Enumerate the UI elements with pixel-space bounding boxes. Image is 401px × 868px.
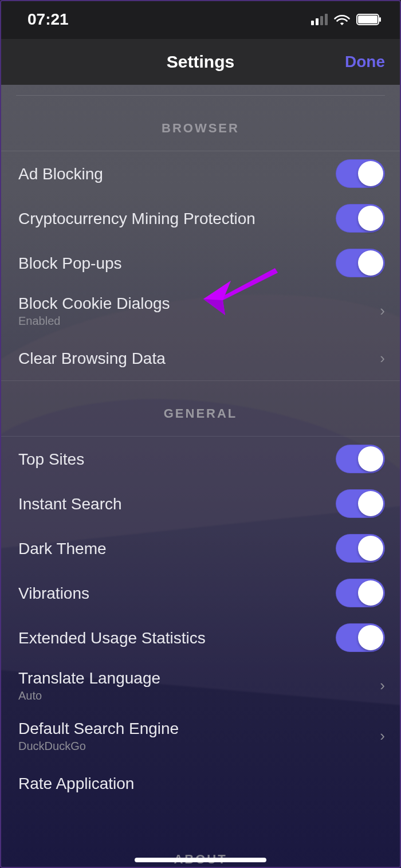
toggle-instant-search[interactable]: [336, 489, 385, 518]
toggle-block-popups[interactable]: [336, 249, 385, 277]
toggle-vibrations[interactable]: [336, 579, 385, 607]
row-label: Ad Blocking: [18, 164, 103, 184]
row-default-search-engine[interactable]: Default Search Engine DuckDuckGo ›: [0, 710, 401, 761]
row-clear-browsing-data[interactable]: Clear Browsing Data ›: [0, 336, 401, 380]
section-header-general: GENERAL: [0, 381, 401, 436]
toggle-extended-usage-statistics[interactable]: [336, 623, 385, 652]
row-label: Top Sites: [18, 449, 84, 469]
home-indicator[interactable]: [135, 858, 266, 862]
status-right-icons: [311, 13, 382, 26]
row-rate-application[interactable]: Rate Application: [0, 761, 401, 806]
row-subtitle: Enabled: [18, 315, 170, 328]
row-dark-theme[interactable]: Dark Theme: [0, 526, 401, 571]
row-label: Block Cookie Dialogs: [18, 293, 170, 313]
row-label: Block Pop-ups: [18, 253, 122, 273]
row-block-cookie-dialogs[interactable]: Block Cookie Dialogs Enabled ›: [0, 285, 401, 336]
row-extended-usage-statistics[interactable]: Extended Usage Statistics: [0, 615, 401, 660]
chevron-right-icon: ›: [380, 727, 385, 745]
row-crypto-mining-protection[interactable]: Cryptocurrency Mining Protection: [0, 196, 401, 241]
row-label: Vibrations: [18, 583, 89, 603]
row-label: Clear Browsing Data: [18, 348, 166, 368]
toggle-crypto-mining-protection[interactable]: [336, 204, 385, 233]
toggle-ad-blocking[interactable]: [336, 159, 385, 188]
row-label: Instant Search: [18, 494, 122, 514]
nav-bar: Settings Done: [0, 39, 401, 85]
browser-group: Ad Blocking Cryptocurrency Mining Protec…: [0, 151, 401, 381]
done-button[interactable]: Done: [345, 53, 385, 71]
row-instant-search[interactable]: Instant Search: [0, 481, 401, 526]
wifi-icon: [333, 13, 351, 26]
chevron-right-icon: ›: [380, 349, 385, 367]
status-time: 07:21: [27, 10, 69, 29]
row-label: Rate Application: [18, 773, 134, 794]
battery-icon: [356, 14, 382, 25]
toggle-dark-theme[interactable]: [336, 534, 385, 563]
row-label: Default Search Engine: [18, 718, 179, 739]
chevron-right-icon: ›: [380, 302, 385, 320]
row-subtitle: Auto: [18, 689, 160, 702]
row-subtitle: DuckDuckGo: [18, 740, 179, 753]
row-vibrations[interactable]: Vibrations: [0, 571, 401, 615]
general-group: Top Sites Instant Search Dark Theme Vibr…: [0, 436, 401, 806]
cellular-signal-icon: [311, 14, 328, 25]
row-ad-blocking[interactable]: Ad Blocking: [0, 151, 401, 196]
page-title: Settings: [167, 52, 234, 72]
svg-rect-1: [358, 15, 378, 23]
row-label: Extended Usage Statistics: [18, 628, 206, 648]
row-label: Dark Theme: [18, 539, 107, 559]
row-top-sites[interactable]: Top Sites: [0, 437, 401, 481]
row-label: Cryptocurrency Mining Protection: [18, 209, 255, 229]
row-block-popups[interactable]: Block Pop-ups: [0, 241, 401, 285]
row-label: Translate Language: [18, 668, 160, 688]
toggle-top-sites[interactable]: [336, 445, 385, 473]
row-translate-language[interactable]: Translate Language Auto ›: [0, 660, 401, 710]
chevron-right-icon: ›: [380, 677, 385, 694]
status-bar: 07:21: [0, 0, 401, 39]
section-header-browser: BROWSER: [0, 96, 401, 151]
svg-rect-2: [379, 17, 381, 22]
